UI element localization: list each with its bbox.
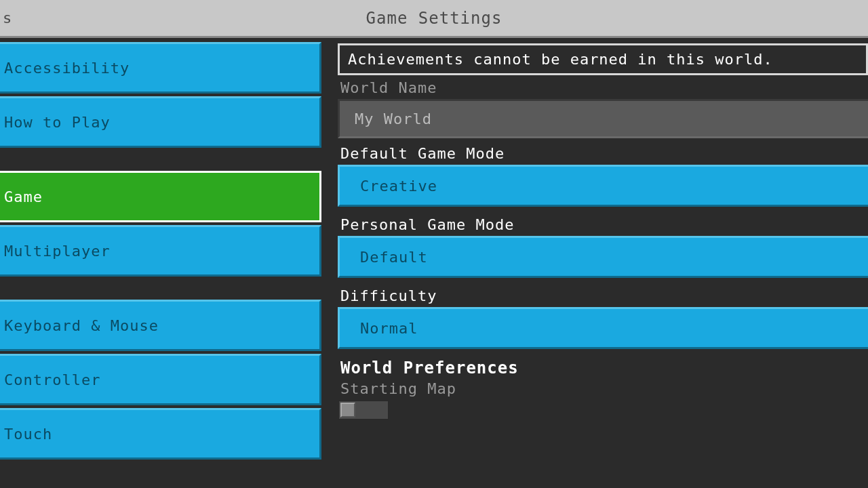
sidebar-item-label: Accessibility [4,60,130,77]
sidebar-item-how-to-play[interactable]: How to Play [0,96,321,148]
starting-map-toggle-row [338,400,868,420]
sidebar: Accessibility How to Play Game Multiplay… [0,38,321,488]
world-name-label: World Name [340,79,868,96]
sidebar-item-touch[interactable]: Touch [0,408,321,460]
default-game-mode-value: Creative [360,178,437,195]
difficulty-value: Normal [360,320,418,337]
sidebar-item-label: Game [4,188,43,205]
achievements-notice: Achievements cannot be earned in this wo… [338,43,868,75]
toggle-knob [340,403,355,418]
sidebar-group-general: Accessibility How to Play [0,42,321,148]
world-name-input[interactable]: My World [338,99,868,138]
personal-game-mode-label: Personal Game Mode [340,216,868,233]
sidebar-item-label: Touch [4,426,52,443]
sidebar-item-game[interactable]: Game [0,171,321,222]
starting-map-toggle[interactable] [338,400,389,420]
sidebar-item-controller[interactable]: Controller [0,354,321,405]
personal-game-mode-value: Default [360,249,428,266]
sidebar-item-multiplayer[interactable]: Multiplayer [0,225,321,277]
main-panel: Achievements cannot be earned in this wo… [328,38,868,488]
content: Accessibility How to Play Game Multiplay… [0,38,868,488]
titlebar-left-fragment: s [0,0,12,36]
sidebar-item-label: Multiplayer [4,243,111,260]
sidebar-group-controls: Keyboard & Mouse Controller Touch [0,300,321,460]
world-name-value: My World [355,110,432,127]
starting-map-label: Starting Map [340,380,868,397]
titlebar: s Game Settings [0,0,868,38]
sidebar-group-world: Game Multiplayer [0,171,321,277]
default-game-mode-dropdown[interactable]: Creative [338,165,868,207]
world-preferences-title: World Preferences [340,359,868,378]
default-game-mode-label: Default Game Mode [340,145,868,162]
sidebar-item-label: How to Play [4,114,111,131]
page-title: Game Settings [366,9,502,28]
personal-game-mode-dropdown[interactable]: Default [338,236,868,278]
difficulty-dropdown[interactable]: Normal [338,307,868,349]
sidebar-item-keyboard-mouse[interactable]: Keyboard & Mouse [0,300,321,351]
sidebar-item-label: Controller [4,371,100,388]
sidebar-item-accessibility[interactable]: Accessibility [0,42,321,94]
sidebar-item-label: Keyboard & Mouse [4,317,159,334]
difficulty-label: Difficulty [340,287,868,304]
